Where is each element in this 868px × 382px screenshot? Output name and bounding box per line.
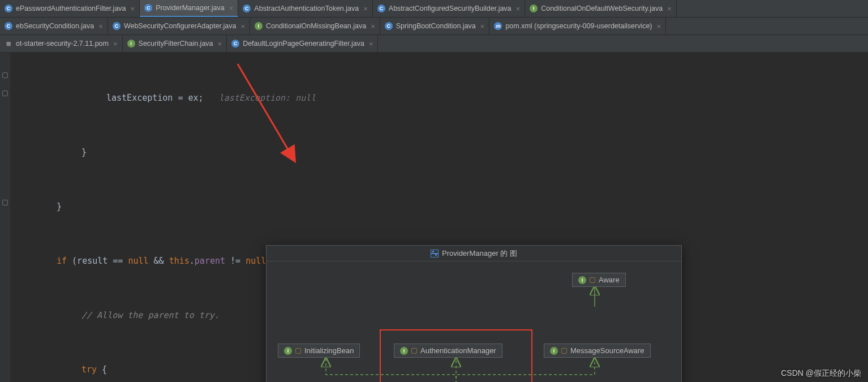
close-icon[interactable]: × bbox=[218, 40, 222, 48]
annotation-highlight-box bbox=[380, 329, 532, 382]
node-label: Aware bbox=[599, 276, 620, 284]
maven-file-icon: m bbox=[494, 22, 502, 30]
class-file-icon: C bbox=[5, 5, 12, 12]
class-file-icon: C bbox=[243, 5, 251, 12]
editor-tab[interactable]: CWebSecurityConfigurerAdapter.java× bbox=[108, 18, 250, 35]
tab-label: ProviderManager.java bbox=[156, 4, 225, 12]
close-icon[interactable]: × bbox=[98, 22, 103, 31]
code-editor[interactable]: lastException = ex; lastException: null … bbox=[0, 53, 868, 382]
diagram-node-initializing-bean[interactable]: I InitializingBean bbox=[278, 344, 360, 358]
close-icon[interactable]: × bbox=[113, 40, 118, 48]
class-file-icon: C bbox=[231, 40, 239, 48]
class-file-icon: C bbox=[377, 5, 385, 12]
popup-title: ProviderManager 的 图 bbox=[267, 246, 681, 261]
gutter-fold-icon[interactable] bbox=[2, 200, 8, 205]
class-file-icon: C bbox=[144, 4, 152, 12]
editor-tab[interactable]: ▦ot-starter-security-2.7.11.pom× bbox=[0, 35, 123, 52]
tab-label: ConditionalOnDefaultWebSecurity.java bbox=[541, 5, 663, 12]
code-line: lastException = ex; lastException: null bbox=[10, 89, 868, 107]
tab-label: SecurityFilterChain.java bbox=[139, 40, 213, 48]
close-icon[interactable]: × bbox=[369, 40, 373, 48]
tab-bar-row-2: CebSecurityCondition.java×CWebSecurityCo… bbox=[0, 18, 868, 35]
close-icon[interactable]: × bbox=[131, 5, 135, 13]
editor-tab[interactable]: mpom.xml (springsecurity-009-userdetails… bbox=[489, 18, 666, 35]
class-file-icon: C bbox=[5, 22, 12, 30]
gutter bbox=[0, 53, 10, 382]
editor-tab[interactable]: IConditionalOnMissingBean.java× bbox=[250, 18, 380, 35]
close-icon[interactable]: × bbox=[371, 22, 375, 31]
editor-tab[interactable]: CebSecurityCondition.java× bbox=[0, 18, 108, 35]
tab-label: AbstractConfiguredSecurityBuilder.java bbox=[389, 5, 512, 12]
close-icon[interactable]: × bbox=[667, 5, 672, 13]
tab-label: pom.xml (springsecurity-009-userdetailse… bbox=[505, 22, 652, 30]
editor-tab[interactable]: CSpringBootCondition.java× bbox=[380, 18, 490, 35]
editor-tab[interactable]: CAbstractAuthenticationToken.java× bbox=[238, 0, 372, 17]
class-diagram-popup[interactable]: ProviderManager 的 图 I Aware bbox=[266, 245, 682, 382]
tab-label: ebSecurityCondition.java bbox=[16, 22, 94, 30]
tab-label: AbstractAuthenticationToken.java bbox=[254, 5, 359, 12]
editor-tab[interactable]: CAbstractConfiguredSecurityBuilder.java× bbox=[373, 0, 525, 17]
tab-bar-row-1: CePasswordAuthenticationFilter.java×CPro… bbox=[0, 0, 868, 18]
interface-file-icon: I bbox=[530, 5, 538, 12]
popup-title-text: ProviderManager 的 图 bbox=[442, 248, 517, 259]
tab-label: WebSecurityConfigurerAdapter.java bbox=[124, 22, 237, 30]
diagram-icon bbox=[431, 250, 439, 257]
editor-tab[interactable]: CePasswordAuthenticationFilter.java× bbox=[0, 0, 140, 17]
pom-file-icon: ▦ bbox=[5, 40, 12, 48]
watermark: CSDN @假正经的小柴 bbox=[781, 368, 861, 379]
close-icon[interactable]: × bbox=[516, 5, 521, 13]
close-icon[interactable]: × bbox=[229, 4, 234, 12]
gutter-fold-icon[interactable] bbox=[2, 91, 8, 96]
interface-icon: I bbox=[578, 276, 586, 284]
lock-icon bbox=[295, 348, 301, 354]
tab-label: DefaultLoginPageGeneratingFilter.java bbox=[243, 40, 364, 48]
interface-icon: I bbox=[550, 347, 558, 355]
tab-label: ConditionalOnMissingBean.java bbox=[266, 22, 366, 30]
interface-file-icon: I bbox=[127, 40, 135, 48]
close-icon[interactable]: × bbox=[657, 22, 661, 31]
gutter-fold-icon[interactable] bbox=[2, 72, 8, 78]
node-label: MessageSourceAware bbox=[570, 346, 644, 355]
diagram-node-message-source-aware[interactable]: I MessageSourceAware bbox=[544, 344, 651, 358]
interface-icon: I bbox=[284, 347, 292, 355]
code-line: } bbox=[10, 198, 868, 216]
tab-bar-row-3: ▦ot-starter-security-2.7.11.pom×ISecurit… bbox=[0, 35, 868, 53]
editor-tab[interactable]: ISecurityFilterChain.java× bbox=[123, 35, 227, 52]
lock-icon bbox=[590, 277, 595, 283]
tab-label: SpringBootCondition.java bbox=[396, 22, 476, 30]
editor-tab[interactable]: CDefaultLoginPageGeneratingFilter.java× bbox=[227, 35, 378, 52]
editor-tab[interactable]: IConditionalOnDefaultWebSecurity.java× bbox=[525, 0, 677, 17]
class-file-icon: C bbox=[113, 22, 121, 30]
class-file-icon: C bbox=[385, 22, 393, 30]
diagram-canvas[interactable]: I Aware I InitializingBean I Authenticat… bbox=[267, 261, 681, 382]
code-line: } bbox=[10, 143, 868, 161]
tab-label: ot-starter-security-2.7.11.pom bbox=[16, 40, 109, 48]
editor-tab[interactable]: CProviderManager.java× bbox=[140, 0, 238, 17]
close-icon[interactable]: × bbox=[363, 5, 368, 13]
diagram-node-aware[interactable]: I Aware bbox=[572, 273, 626, 287]
tab-label: ePasswordAuthenticationFilter.java bbox=[16, 5, 126, 12]
close-icon[interactable]: × bbox=[240, 22, 245, 31]
node-label: InitializingBean bbox=[304, 346, 354, 355]
interface-file-icon: I bbox=[255, 22, 263, 30]
lock-icon bbox=[561, 348, 567, 354]
close-icon[interactable]: × bbox=[480, 22, 485, 31]
